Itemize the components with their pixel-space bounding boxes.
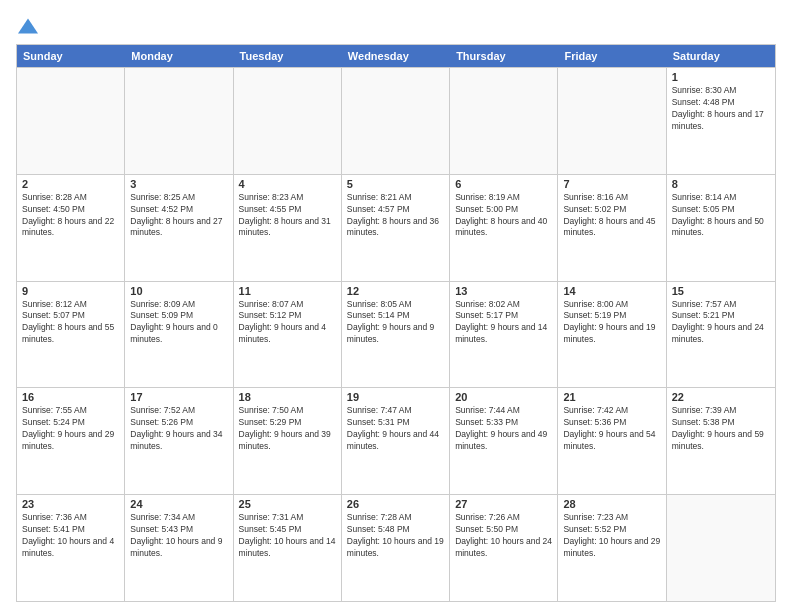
day-number: 12 bbox=[347, 285, 444, 297]
day-info: Sunrise: 8:19 AM Sunset: 5:00 PM Dayligh… bbox=[455, 192, 552, 240]
day-info: Sunrise: 7:50 AM Sunset: 5:29 PM Dayligh… bbox=[239, 405, 336, 453]
calendar-cell: 21Sunrise: 7:42 AM Sunset: 5:36 PM Dayli… bbox=[558, 388, 666, 494]
day-number: 22 bbox=[672, 391, 770, 403]
calendar-cell: 25Sunrise: 7:31 AM Sunset: 5:45 PM Dayli… bbox=[234, 495, 342, 601]
day-number: 3 bbox=[130, 178, 227, 190]
day-info: Sunrise: 7:47 AM Sunset: 5:31 PM Dayligh… bbox=[347, 405, 444, 453]
day-info: Sunrise: 8:25 AM Sunset: 4:52 PM Dayligh… bbox=[130, 192, 227, 240]
day-info: Sunrise: 8:12 AM Sunset: 5:07 PM Dayligh… bbox=[22, 299, 119, 347]
calendar-cell: 22Sunrise: 7:39 AM Sunset: 5:38 PM Dayli… bbox=[667, 388, 775, 494]
day-number: 1 bbox=[672, 71, 770, 83]
day-info: Sunrise: 7:28 AM Sunset: 5:48 PM Dayligh… bbox=[347, 512, 444, 560]
day-info: Sunrise: 7:55 AM Sunset: 5:24 PM Dayligh… bbox=[22, 405, 119, 453]
calendar-cell: 9Sunrise: 8:12 AM Sunset: 5:07 PM Daylig… bbox=[17, 282, 125, 388]
calendar-cell: 19Sunrise: 7:47 AM Sunset: 5:31 PM Dayli… bbox=[342, 388, 450, 494]
day-info: Sunrise: 8:16 AM Sunset: 5:02 PM Dayligh… bbox=[563, 192, 660, 240]
calendar-cell: 28Sunrise: 7:23 AM Sunset: 5:52 PM Dayli… bbox=[558, 495, 666, 601]
day-info: Sunrise: 7:42 AM Sunset: 5:36 PM Dayligh… bbox=[563, 405, 660, 453]
calendar-body: 1Sunrise: 8:30 AM Sunset: 4:48 PM Daylig… bbox=[17, 67, 775, 601]
day-info: Sunrise: 8:21 AM Sunset: 4:57 PM Dayligh… bbox=[347, 192, 444, 240]
calendar-cell: 27Sunrise: 7:26 AM Sunset: 5:50 PM Dayli… bbox=[450, 495, 558, 601]
header-day-thursday: Thursday bbox=[450, 45, 558, 67]
calendar-cell: 13Sunrise: 8:02 AM Sunset: 5:17 PM Dayli… bbox=[450, 282, 558, 388]
header-day-wednesday: Wednesday bbox=[342, 45, 450, 67]
day-number: 4 bbox=[239, 178, 336, 190]
day-number: 21 bbox=[563, 391, 660, 403]
day-info: Sunrise: 7:23 AM Sunset: 5:52 PM Dayligh… bbox=[563, 512, 660, 560]
calendar-cell bbox=[125, 68, 233, 174]
header-day-tuesday: Tuesday bbox=[234, 45, 342, 67]
day-info: Sunrise: 7:34 AM Sunset: 5:43 PM Dayligh… bbox=[130, 512, 227, 560]
day-info: Sunrise: 7:52 AM Sunset: 5:26 PM Dayligh… bbox=[130, 405, 227, 453]
day-info: Sunrise: 8:02 AM Sunset: 5:17 PM Dayligh… bbox=[455, 299, 552, 347]
calendar-cell: 26Sunrise: 7:28 AM Sunset: 5:48 PM Dayli… bbox=[342, 495, 450, 601]
calendar-cell bbox=[667, 495, 775, 601]
calendar-row-1: 1Sunrise: 8:30 AM Sunset: 4:48 PM Daylig… bbox=[17, 67, 775, 174]
calendar-cell: 12Sunrise: 8:05 AM Sunset: 5:14 PM Dayli… bbox=[342, 282, 450, 388]
day-info: Sunrise: 7:57 AM Sunset: 5:21 PM Dayligh… bbox=[672, 299, 770, 347]
day-number: 16 bbox=[22, 391, 119, 403]
calendar-cell: 14Sunrise: 8:00 AM Sunset: 5:19 PM Dayli… bbox=[558, 282, 666, 388]
day-number: 19 bbox=[347, 391, 444, 403]
day-number: 8 bbox=[672, 178, 770, 190]
calendar-header: SundayMondayTuesdayWednesdayThursdayFrid… bbox=[17, 45, 775, 67]
calendar-cell: 6Sunrise: 8:19 AM Sunset: 5:00 PM Daylig… bbox=[450, 175, 558, 281]
day-number: 11 bbox=[239, 285, 336, 297]
day-number: 17 bbox=[130, 391, 227, 403]
logo-icon bbox=[18, 16, 38, 36]
calendar-cell: 18Sunrise: 7:50 AM Sunset: 5:29 PM Dayli… bbox=[234, 388, 342, 494]
day-info: Sunrise: 8:28 AM Sunset: 4:50 PM Dayligh… bbox=[22, 192, 119, 240]
day-number: 14 bbox=[563, 285, 660, 297]
header-day-saturday: Saturday bbox=[667, 45, 775, 67]
calendar-row-3: 9Sunrise: 8:12 AM Sunset: 5:07 PM Daylig… bbox=[17, 281, 775, 388]
page-header bbox=[16, 16, 776, 36]
day-number: 10 bbox=[130, 285, 227, 297]
calendar-cell: 4Sunrise: 8:23 AM Sunset: 4:55 PM Daylig… bbox=[234, 175, 342, 281]
day-info: Sunrise: 8:00 AM Sunset: 5:19 PM Dayligh… bbox=[563, 299, 660, 347]
calendar-cell: 5Sunrise: 8:21 AM Sunset: 4:57 PM Daylig… bbox=[342, 175, 450, 281]
day-info: Sunrise: 7:26 AM Sunset: 5:50 PM Dayligh… bbox=[455, 512, 552, 560]
day-info: Sunrise: 8:14 AM Sunset: 5:05 PM Dayligh… bbox=[672, 192, 770, 240]
day-number: 5 bbox=[347, 178, 444, 190]
calendar-cell: 2Sunrise: 8:28 AM Sunset: 4:50 PM Daylig… bbox=[17, 175, 125, 281]
day-number: 13 bbox=[455, 285, 552, 297]
svg-marker-0 bbox=[18, 19, 38, 34]
calendar-cell: 11Sunrise: 8:07 AM Sunset: 5:12 PM Dayli… bbox=[234, 282, 342, 388]
day-number: 15 bbox=[672, 285, 770, 297]
logo bbox=[16, 16, 38, 36]
calendar-cell: 20Sunrise: 7:44 AM Sunset: 5:33 PM Dayli… bbox=[450, 388, 558, 494]
day-info: Sunrise: 8:30 AM Sunset: 4:48 PM Dayligh… bbox=[672, 85, 770, 133]
calendar-cell: 8Sunrise: 8:14 AM Sunset: 5:05 PM Daylig… bbox=[667, 175, 775, 281]
day-number: 24 bbox=[130, 498, 227, 510]
day-number: 9 bbox=[22, 285, 119, 297]
calendar-cell: 3Sunrise: 8:25 AM Sunset: 4:52 PM Daylig… bbox=[125, 175, 233, 281]
day-info: Sunrise: 7:39 AM Sunset: 5:38 PM Dayligh… bbox=[672, 405, 770, 453]
day-number: 2 bbox=[22, 178, 119, 190]
day-number: 20 bbox=[455, 391, 552, 403]
day-number: 7 bbox=[563, 178, 660, 190]
calendar-cell: 15Sunrise: 7:57 AM Sunset: 5:21 PM Dayli… bbox=[667, 282, 775, 388]
calendar-cell: 16Sunrise: 7:55 AM Sunset: 5:24 PM Dayli… bbox=[17, 388, 125, 494]
calendar-cell: 23Sunrise: 7:36 AM Sunset: 5:41 PM Dayli… bbox=[17, 495, 125, 601]
header-day-friday: Friday bbox=[558, 45, 666, 67]
calendar-row-2: 2Sunrise: 8:28 AM Sunset: 4:50 PM Daylig… bbox=[17, 174, 775, 281]
calendar-cell bbox=[234, 68, 342, 174]
day-info: Sunrise: 7:31 AM Sunset: 5:45 PM Dayligh… bbox=[239, 512, 336, 560]
day-info: Sunrise: 7:36 AM Sunset: 5:41 PM Dayligh… bbox=[22, 512, 119, 560]
header-day-sunday: Sunday bbox=[17, 45, 125, 67]
calendar-cell bbox=[342, 68, 450, 174]
calendar-row-5: 23Sunrise: 7:36 AM Sunset: 5:41 PM Dayli… bbox=[17, 494, 775, 601]
header-day-monday: Monday bbox=[125, 45, 233, 67]
calendar-cell bbox=[17, 68, 125, 174]
day-number: 26 bbox=[347, 498, 444, 510]
day-number: 18 bbox=[239, 391, 336, 403]
calendar-row-4: 16Sunrise: 7:55 AM Sunset: 5:24 PM Dayli… bbox=[17, 387, 775, 494]
day-info: Sunrise: 8:23 AM Sunset: 4:55 PM Dayligh… bbox=[239, 192, 336, 240]
calendar-cell: 17Sunrise: 7:52 AM Sunset: 5:26 PM Dayli… bbox=[125, 388, 233, 494]
day-number: 25 bbox=[239, 498, 336, 510]
day-number: 23 bbox=[22, 498, 119, 510]
calendar-cell bbox=[558, 68, 666, 174]
calendar-cell: 24Sunrise: 7:34 AM Sunset: 5:43 PM Dayli… bbox=[125, 495, 233, 601]
day-number: 28 bbox=[563, 498, 660, 510]
calendar-cell: 10Sunrise: 8:09 AM Sunset: 5:09 PM Dayli… bbox=[125, 282, 233, 388]
